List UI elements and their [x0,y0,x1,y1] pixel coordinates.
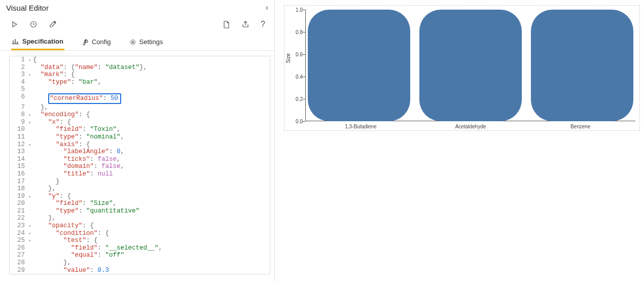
code-line[interactable]: 23▾ "opacity": { [10,222,270,230]
code-line[interactable]: 11 "type": "nominal", [10,133,270,141]
chart: Size 0.00.20.40.60.81.0 1,3-ButadieneAce… [284,5,640,131]
run-icon[interactable] [11,21,18,28]
code-line[interactable]: 20 "field": "Size", [10,200,270,207]
bar[interactable] [308,10,410,121]
y-tick-label: 0.4 [296,74,303,80]
y-tick-label: 0.2 [296,96,303,102]
highlighted-code: "cornerRadius": 50 [48,93,121,104]
y-axis: 0.00.20.40.60.81.0 [284,10,304,121]
code-line[interactable]: 13 "labelAngle": 0, [10,148,270,156]
code-editor[interactable]: 1▾{2 "data": {"name": "dataset"},3▾ "mar… [0,51,274,282]
code-line[interactable]: 6 "cornerRadius": 50 [10,93,270,104]
code-line[interactable]: 14 "ticks": false, [10,156,270,163]
pane-header: Visual Editor ‹ [0,0,274,14]
svg-marker-0 [13,22,17,27]
x-axis-labels: 1,3-ButadieneAcetaldehydeBenzene [306,124,635,129]
refresh-parse-icon[interactable] [29,20,38,28]
chart-icon [12,38,19,45]
wrench-icon [82,39,89,46]
code-line[interactable]: 21 "type": "quantitative" [10,207,270,215]
pane-title: Visual Editor [6,4,49,12]
code-line[interactable]: 4 "type": "bar", [10,79,270,86]
gear-icon [129,39,136,46]
tab-config[interactable]: Config [81,33,112,50]
code-line[interactable]: 15 "domain": false, [10,163,270,170]
bar[interactable] [531,10,633,121]
tab-label: Config [92,38,111,46]
code-line[interactable]: 17 } [10,178,270,186]
collapse-pane-icon[interactable]: ‹ [266,3,268,12]
code-line[interactable]: 27 "equal": "off" [10,252,270,259]
help-icon[interactable]: ? [261,20,265,29]
code-line[interactable]: 3▾ "mark": { [10,71,270,79]
tab-specification[interactable]: Specification [11,33,64,50]
code-line[interactable]: 28 }, [10,259,270,267]
y-tick-label: 0.0 [296,119,303,124]
fix-icon[interactable] [49,20,57,28]
y-tick-label: 0.6 [296,52,303,57]
toolbar: ? [0,14,274,33]
y-tick-label: 0.8 [296,29,303,35]
code-line[interactable]: 5 [10,86,270,93]
preview-pane: Size 0.00.20.40.60.81.0 1,3-ButadieneAce… [275,0,644,282]
code-line[interactable]: 25▾ "test": { [10,237,270,244]
code-line[interactable]: 29 "value": 0.3 [10,267,270,274]
x-tick-label: Acetaldehyde [416,124,526,129]
chart-bars [306,10,635,121]
code-line[interactable]: 22 }, [10,215,270,222]
export-icon[interactable] [241,20,249,28]
code-line[interactable]: 16 "title": null [10,170,270,178]
x-tick-label: 1,3-Butadiene [306,124,416,129]
editor-tabs: Specification Config Settings [0,33,274,51]
code-line[interactable]: 9▾ "x": { [10,119,270,126]
code-line[interactable]: 10 "field": "Toxin", [10,126,270,133]
code-line[interactable]: 19▾ "y": { [10,193,270,200]
tab-label: Specification [22,38,63,45]
code-line[interactable]: 24▾ "condition": { [10,230,270,237]
code-line[interactable]: 2 "data": {"name": "dataset"}, [10,64,270,72]
tab-label: Settings [139,38,163,46]
code-line[interactable]: 12▾ "axis": { [10,141,270,149]
editor-pane: Visual Editor ‹ ? [0,0,275,282]
code-line[interactable]: 26 "field": "__selected__", [10,244,270,252]
code-line[interactable]: 18 }, [10,185,270,193]
code-line[interactable]: 8▾ "encoding": { [10,111,270,119]
code-line[interactable]: 1▾{ [10,56,270,64]
svg-point-7 [132,41,134,43]
tab-settings[interactable]: Settings [128,33,164,50]
y-tick-label: 1.0 [296,7,303,13]
code-line[interactable]: 7 }, [10,104,270,112]
bar[interactable] [419,10,522,121]
x-tick-label: Benzene [525,124,635,129]
new-file-icon[interactable] [223,21,230,28]
